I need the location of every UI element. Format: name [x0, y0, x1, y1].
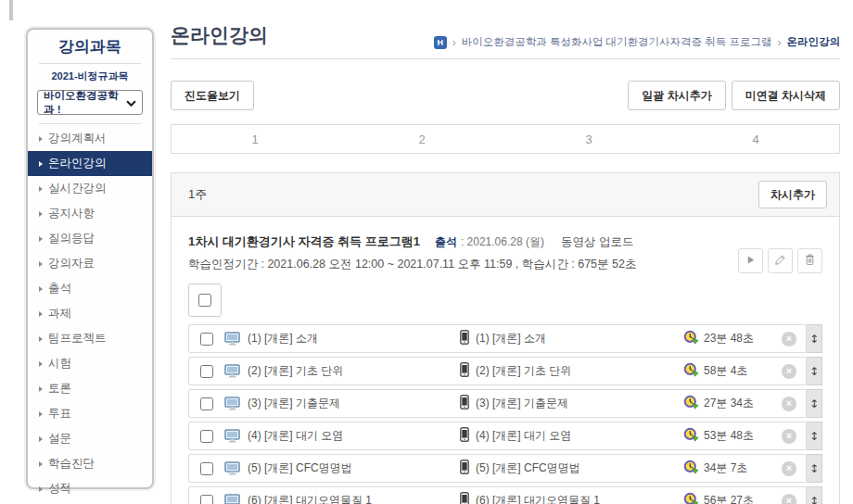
- mobile-lecture-title[interactable]: (4) [개론] 대기 오염: [476, 428, 571, 444]
- week-page-number[interactable]: 4: [672, 125, 839, 153]
- unlink-icon[interactable]: ×: [782, 494, 796, 504]
- pc-lecture-title[interactable]: (2) [개론] 기초 단위: [248, 363, 343, 379]
- mobile-lecture-title[interactable]: (3) [개론] 기출문제: [476, 396, 568, 411]
- drag-handle[interactable]: ↕: [807, 486, 822, 504]
- desktop-monitor-icon: [224, 364, 241, 378]
- attendance-date: : 2021.06.28 (월): [461, 234, 544, 250]
- sidebar-item-label: 토론: [48, 381, 71, 397]
- sidebar-item[interactable]: 강의계획서: [28, 126, 152, 151]
- session-row: (5) [개론] CFC명명법 (5) [개론] CFC명명법: [188, 454, 822, 483]
- drag-handle[interactable]: ↕: [807, 422, 822, 450]
- pc-lecture-title[interactable]: (5) [개론] CFC명명법: [248, 460, 352, 476]
- duration-group: 23분 48초: [683, 330, 754, 348]
- divider: [39, 123, 141, 124]
- sidebar-item-label: 성적: [48, 481, 71, 497]
- triangle-bullet-icon: [39, 211, 43, 217]
- week-page-number[interactable]: 3: [505, 125, 672, 153]
- play-icon: [745, 254, 756, 268]
- sidebar-item[interactable]: 실시간강의: [28, 176, 152, 201]
- mobile-group: (2) [개론] 기초 단위: [460, 362, 571, 381]
- mobile-group: (1) [개론] 소개: [460, 330, 546, 348]
- breadcrumb-current: 온라인강의: [787, 35, 841, 49]
- desktop-monitor-icon: [224, 397, 241, 410]
- select-all-checkbox[interactable]: [198, 294, 211, 307]
- pc-lecture-title[interactable]: (6) [개론] 대기오염물질 1: [248, 493, 372, 504]
- breadcrumb-program[interactable]: 바이오환경공학과 특성화사업 대기환경기사자격증 취득 프로그램: [462, 35, 772, 49]
- duration-text: 56분 27초: [704, 493, 754, 504]
- sidebar-item-label: 팀프로젝트: [48, 331, 107, 346]
- drag-handle[interactable]: ↕: [807, 324, 822, 353]
- mobile-lecture-title[interactable]: (1) [개론] 소개: [476, 331, 546, 346]
- sidebar-item[interactable]: 강의자료: [28, 251, 152, 276]
- session-checkbox[interactable]: [200, 397, 213, 410]
- sidebar-item[interactable]: 투표: [28, 401, 152, 426]
- sidebar-item[interactable]: 성적: [28, 476, 152, 501]
- triangle-bullet-icon: [39, 286, 43, 292]
- clock-icon: [683, 330, 699, 348]
- unlink-icon[interactable]: ×: [782, 429, 796, 444]
- sidebar-item[interactable]: 토론: [28, 376, 152, 401]
- toolbar-right-group: 일괄 차시추가 미연결 차시삭제: [628, 81, 840, 110]
- mobile-lecture-title[interactable]: (2) [개론] 기초 단위: [476, 363, 571, 379]
- play-button[interactable]: [738, 248, 763, 273]
- pc-lecture-title[interactable]: (4) [개론] 대기 오염: [248, 428, 343, 444]
- department-select[interactable]: 바이오환경공학과 !: [37, 90, 143, 115]
- session-checkbox[interactable]: [200, 365, 213, 378]
- week-page-number[interactable]: 1: [172, 125, 338, 153]
- desktop-monitor-icon: [224, 494, 241, 504]
- unlink-icon[interactable]: ×: [782, 397, 796, 411]
- mobile-lecture-title[interactable]: (6) [개론] 대기오염물질 1: [476, 493, 600, 504]
- sidebar-menu: 강의계획서 온라인강의 실시간강의 공지사항 질의응답 강의자료 출석 과제 팀…: [28, 126, 152, 501]
- sidebar-item[interactable]: 질의응답: [28, 226, 152, 251]
- drag-handle[interactable]: ↕: [807, 389, 822, 418]
- delete-unlinked-session-button[interactable]: 미연결 차시삭제: [732, 81, 840, 110]
- sidebar-title: 강의과목: [28, 37, 152, 57]
- pc-lecture-title[interactable]: (1) [개론] 소개: [248, 331, 318, 346]
- clock-icon: [683, 492, 699, 504]
- week-page-number[interactable]: 2: [338, 125, 505, 153]
- session-row: (4) [개론] 대기 오염 (4) [개론] 대기 오염: [188, 422, 822, 450]
- term-label: 2021-비정규과목: [28, 69, 152, 83]
- session-checkbox[interactable]: [200, 430, 213, 443]
- triangle-bullet-icon: [39, 361, 43, 367]
- sidebar-item[interactable]: 과제: [28, 301, 152, 326]
- pc-lecture-title[interactable]: (3) [개론] 기출문제: [248, 396, 340, 411]
- sidebar-item[interactable]: 출석: [28, 276, 152, 301]
- edit-button[interactable]: [768, 248, 793, 273]
- sidebar-item[interactable]: 공지사항: [28, 201, 152, 226]
- sidebar-item[interactable]: 팀프로젝트: [28, 326, 152, 351]
- add-session-button[interactable]: 차시추가: [758, 181, 827, 208]
- session-checkbox[interactable]: [200, 462, 213, 475]
- bulk-add-session-button[interactable]: 일괄 차시추가: [628, 81, 725, 110]
- lecture-actions: [738, 248, 822, 273]
- lecture-title: 1차시 대기환경기사 자격증 취득 프로그램1: [188, 233, 420, 250]
- drag-handle[interactable]: ↕: [807, 454, 822, 483]
- sidebar-item-label: 질의응답: [48, 231, 95, 246]
- drag-handle[interactable]: ↕: [807, 357, 822, 385]
- triangle-bullet-icon: [39, 461, 43, 467]
- sidebar-item[interactable]: 온라인강의: [28, 151, 152, 176]
- session-list: (1) [개론] 소개 (1) [개론] 소개: [188, 324, 822, 504]
- clock-icon: [683, 460, 699, 478]
- sidebar-item[interactable]: 학습진단: [28, 451, 152, 476]
- unlink-icon[interactable]: ×: [782, 461, 796, 476]
- week-pagination: 1 2 3 4: [171, 124, 840, 154]
- video-upload-label[interactable]: 동영상 업로드: [561, 234, 633, 250]
- delete-button[interactable]: [797, 248, 822, 273]
- duration-group: 56분 27초: [683, 492, 754, 504]
- mobile-phone-icon: [460, 460, 469, 478]
- progress-view-button[interactable]: 진도율보기: [171, 81, 254, 110]
- home-icon[interactable]: H: [434, 36, 447, 49]
- week-section: 1주 차시추가 1차시 대기환경기사 자격증 취득 프로그램1 출석 : 202…: [171, 172, 840, 504]
- unlink-icon[interactable]: ×: [782, 332, 796, 346]
- breadcrumb-separator: ›: [452, 36, 456, 49]
- sidebar-item[interactable]: 시험: [28, 351, 152, 376]
- session-checkbox[interactable]: [200, 333, 213, 346]
- sidebar-item[interactable]: 설문: [28, 426, 152, 451]
- session-row-box: (3) [개론] 기출문제 (3) [개론] 기출문제: [188, 389, 807, 418]
- unlink-icon[interactable]: ×: [782, 364, 796, 379]
- mobile-lecture-title[interactable]: (5) [개론] CFC명명법: [476, 460, 580, 476]
- session-checkbox[interactable]: [200, 495, 213, 504]
- clock-icon: [683, 362, 699, 381]
- triangle-bullet-icon: [39, 436, 43, 442]
